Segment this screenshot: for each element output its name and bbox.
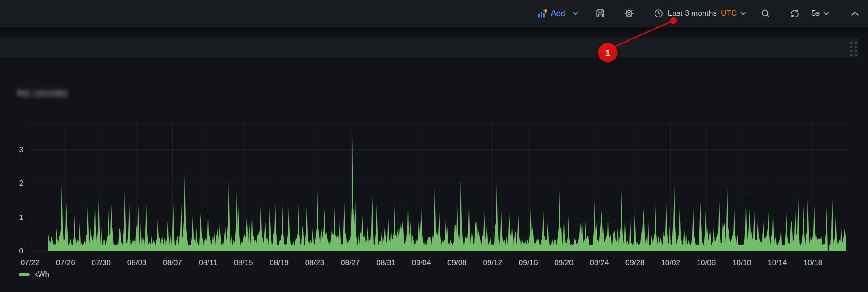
svg-text:09/12: 09/12 bbox=[483, 258, 502, 267]
svg-text:07/30: 07/30 bbox=[91, 258, 111, 267]
svg-text:09/24: 09/24 bbox=[590, 258, 609, 267]
svg-text:2: 2 bbox=[19, 179, 23, 188]
svg-text:08/03: 08/03 bbox=[127, 258, 147, 267]
svg-text:10/06: 10/06 bbox=[697, 258, 716, 267]
svg-text:08/19: 08/19 bbox=[269, 258, 289, 267]
svg-text:08/27: 08/27 bbox=[341, 258, 360, 267]
svg-text:08/11: 08/11 bbox=[199, 258, 217, 267]
svg-text:3: 3 bbox=[19, 146, 23, 154]
svg-text:10/02: 10/02 bbox=[661, 258, 680, 267]
svg-text:10/10: 10/10 bbox=[732, 258, 751, 267]
svg-text:10/18: 10/18 bbox=[803, 258, 823, 267]
svg-text:09/20: 09/20 bbox=[554, 258, 573, 267]
svg-text:07/26: 07/26 bbox=[56, 258, 75, 267]
svg-text:09/08: 09/08 bbox=[447, 258, 467, 267]
svg-text:1: 1 bbox=[19, 213, 23, 222]
legend-series-marker bbox=[19, 273, 30, 276]
annotation-badge: 1 bbox=[598, 43, 617, 62]
legend-item-kwh[interactable]: kWh bbox=[19, 270, 49, 279]
svg-text:07/22: 07/22 bbox=[21, 258, 40, 267]
grafana-dashboard: Add bbox=[0, 0, 868, 292]
svg-text:08/23: 08/23 bbox=[305, 258, 325, 267]
svg-text:08/31: 08/31 bbox=[376, 258, 395, 267]
svg-text:09/04: 09/04 bbox=[412, 258, 431, 267]
svg-text:09/28: 09/28 bbox=[625, 258, 645, 267]
svg-text:08/07: 08/07 bbox=[163, 258, 182, 267]
legend-series-label: kWh bbox=[34, 270, 49, 279]
svg-text:10/14: 10/14 bbox=[768, 258, 787, 267]
svg-text:08/15: 08/15 bbox=[234, 258, 253, 267]
svg-text:09/16: 09/16 bbox=[519, 258, 538, 267]
svg-text:0: 0 bbox=[19, 247, 23, 255]
time-series-chart[interactable]: 07/2207/2607/3008/0308/0708/1108/1508/19… bbox=[0, 0, 868, 292]
